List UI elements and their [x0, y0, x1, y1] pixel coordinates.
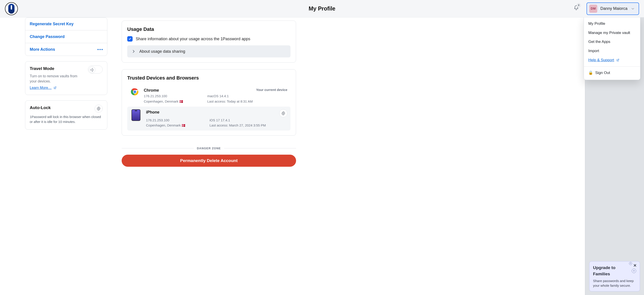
- travel-mode-toggle[interactable]: [88, 65, 103, 73]
- menu-help-label: Help & Support: [588, 57, 614, 63]
- ellipsis-icon: [98, 49, 103, 50]
- check-icon: [128, 37, 132, 41]
- right-rail: Invite People… My Profile Manage my Priv…: [585, 17, 644, 295]
- notifications-button[interactable]: 0: [574, 5, 579, 12]
- usage-data-card: Usage Data Share information about your …: [122, 20, 296, 63]
- learn-more-label: Learn More…: [30, 85, 52, 90]
- travel-mode-learn-more[interactable]: Learn More…: [30, 85, 56, 90]
- account-name: Danny Maiorca: [600, 5, 628, 11]
- menu-my-profile[interactable]: My Profile: [584, 19, 640, 28]
- auto-lock-settings-button[interactable]: [94, 105, 103, 113]
- current-device-label: Your current device: [256, 87, 287, 92]
- account-menu-button[interactable]: DM Danny Maiorca: [586, 2, 639, 15]
- danger-zone: DANGER ZONE Permanently Delete Account: [122, 145, 296, 167]
- chevron-down-icon: [630, 6, 635, 11]
- more-actions-link[interactable]: More Actions: [25, 43, 107, 56]
- usage-share-checkbox[interactable]: [127, 36, 132, 41]
- gear-icon: [281, 111, 286, 116]
- left-column: Regenerate Secret Key Change Password Mo…: [25, 17, 107, 130]
- device-last-access: Last access: Today at 8:31 AM: [207, 99, 287, 104]
- delete-account-button[interactable]: Permanently Delete Account: [122, 155, 296, 167]
- menu-get-apps[interactable]: Get the Apps: [584, 37, 640, 46]
- auto-lock-title: Auto-Lock: [30, 105, 51, 111]
- promo-close-button[interactable]: ✕: [632, 263, 638, 268]
- chrome-icon: [130, 87, 139, 96]
- promo-title: Upgrade to Families: [593, 265, 630, 277]
- menu-help-support[interactable]: Help & Support: [584, 56, 640, 65]
- travel-mode-card: Travel Mode Turn on to remove vaults fro…: [25, 61, 107, 95]
- travel-mode-desc: Turn on to remove vaults from your devic…: [30, 73, 85, 84]
- gear-icon: [96, 106, 101, 111]
- device-name: Chrome: [144, 87, 202, 93]
- page-title: My Profile: [308, 4, 335, 12]
- flag-icon: 🇩🇰: [182, 124, 185, 127]
- external-link-icon: [54, 86, 56, 89]
- account-dropdown: My Profile Manage my Private vault Get t…: [584, 17, 640, 80]
- device-row[interactable]: Chrome Your current device 176.21.253.10…: [127, 85, 290, 107]
- airplane-icon: [90, 67, 94, 72]
- menu-manage-private-vault[interactable]: Manage my Private vault: [584, 28, 640, 37]
- plus-icon: +: [632, 269, 636, 273]
- device-last-access: Last access: March 27, 2024 3:55 PM: [210, 123, 287, 128]
- auto-lock-desc: 1Password will lock in this browser when…: [30, 114, 103, 124]
- promo-body: Share passwords and keep your whole fami…: [593, 279, 636, 288]
- usage-data-title: Usage Data: [127, 26, 290, 33]
- change-password-link[interactable]: Change Password: [25, 30, 107, 43]
- svg-point-4: [283, 113, 284, 114]
- device-location: Copenhagen, Denmark🇩🇰: [144, 99, 202, 104]
- menu-sign-out[interactable]: 🔒 Sign Out: [584, 68, 640, 77]
- about-usage-disclosure[interactable]: About usage data sharing: [127, 45, 290, 57]
- upgrade-families-promo: + ✕ Upgrade to Families + Share password…: [589, 261, 640, 292]
- regenerate-secret-key-link[interactable]: Regenerate Secret Key: [25, 18, 107, 30]
- device-ip: 176.21.253.100: [144, 94, 202, 99]
- toggle-knob: [89, 66, 96, 73]
- device-os: macOS 14.4.1: [207, 94, 287, 99]
- menu-sign-out-label: Sign Out: [595, 70, 610, 76]
- device-settings-button[interactable]: [279, 109, 287, 117]
- avatar: DM: [589, 5, 597, 13]
- device-os: iOS 17 17.4.1: [210, 118, 287, 123]
- danger-zone-label: DANGER ZONE: [194, 147, 224, 150]
- app-logo[interactable]: [5, 2, 18, 15]
- menu-import[interactable]: Import: [584, 46, 640, 56]
- trusted-devices-title: Trusted Devices and Browsers: [127, 74, 290, 82]
- notification-count: 0: [577, 3, 581, 7]
- link-label: More Actions: [30, 46, 55, 52]
- lock-icon: 🔒: [588, 70, 593, 76]
- device-ip: 176.21.253.100: [146, 118, 204, 123]
- external-link-icon: [616, 58, 620, 62]
- main-column: Usage Data Share information about your …: [122, 17, 296, 167]
- usage-share-label: Share information about your usage acros…: [136, 36, 250, 42]
- device-row[interactable]: iPhone 176.21.253.100 iOS 17 17.4.1 Cope: [127, 107, 290, 131]
- svg-point-0: [98, 108, 99, 109]
- chevron-right-icon: [131, 49, 136, 54]
- disclosure-label: About usage data sharing: [139, 48, 185, 54]
- device-location: Copenhagen, Denmark🇩🇰: [146, 123, 204, 128]
- travel-mode-title: Travel Mode: [30, 65, 85, 72]
- trusted-devices-card: Trusted Devices and Browsers: [122, 69, 296, 136]
- phone-icon: [132, 109, 140, 121]
- device-name: iPhone: [146, 109, 204, 115]
- auto-lock-card: Auto-Lock 1Password will lock in this br…: [25, 100, 107, 130]
- link-label: Change Password: [30, 34, 64, 39]
- link-label: Regenerate Secret Key: [30, 21, 74, 27]
- account-actions-card: Regenerate Secret Key Change Password Mo…: [25, 17, 107, 56]
- flag-icon: 🇩🇰: [179, 100, 183, 103]
- top-bar: My Profile 0 DM Danny Maiorca: [0, 0, 644, 17]
